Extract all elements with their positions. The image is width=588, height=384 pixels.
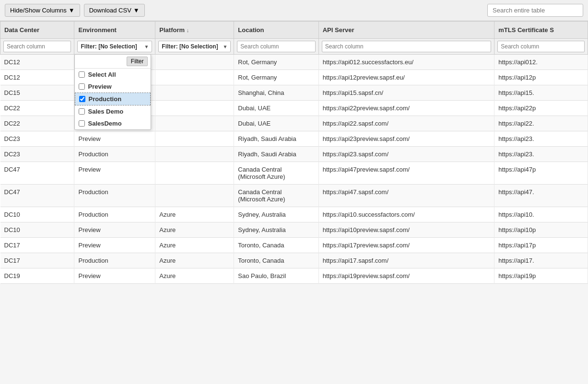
table-row: DC17ProductionAzureToronto, Canadahttps:… xyxy=(0,253,588,268)
checkbox-select-all[interactable] xyxy=(79,71,85,78)
cell-api: https://api12preview.sapsf.eu/ xyxy=(318,70,494,85)
download-csv-button[interactable]: Download CSV ▼ xyxy=(84,4,145,17)
cell-env: Preview xyxy=(74,162,155,185)
column-search-row: Filter: [No Selection] ▼ Filter Select A… xyxy=(0,39,588,55)
table-row: DC19PreviewAzureSao Paulo, Brazilhttps:/… xyxy=(0,268,588,284)
cell-location: Sydney, Australia xyxy=(234,222,318,238)
search-entire-table-input[interactable] xyxy=(487,4,583,17)
col-header-data-center[interactable]: Data Center xyxy=(0,22,74,39)
cell-dc: DC17 xyxy=(0,238,74,253)
cell-location: Riyadh, Saudi Arabia xyxy=(234,147,318,162)
cell-location: Sao Paulo, Brazil xyxy=(234,268,318,284)
cell-mtls: https://api47. xyxy=(494,185,588,207)
cell-dc: DC47 xyxy=(0,185,74,207)
dropdown-item-preview[interactable]: Preview xyxy=(75,81,151,93)
cell-platform: Azure xyxy=(155,222,234,238)
table-container: Data Center Environment Platform ↓ Locat… xyxy=(0,21,588,284)
dropdown-item-salesdemo[interactable]: SalesDemo xyxy=(75,117,151,129)
col-header-environment[interactable]: Environment xyxy=(74,22,155,39)
cell-api: https://api22preview.sapsf.com/ xyxy=(318,101,494,116)
cell-api: https://api23preview.sapsf.com/ xyxy=(318,131,494,147)
cell-mtls: https://api47p xyxy=(494,162,588,185)
download-csv-arrow-icon: ▼ xyxy=(133,7,140,14)
dropdown-item-sales-demo[interactable]: Sales Demo xyxy=(75,105,151,117)
cell-platform xyxy=(155,116,234,131)
dropdown-header: Filter xyxy=(75,55,151,69)
table-row: DC47ProductionCanada Central(Microsoft A… xyxy=(0,185,588,207)
cell-platform: Azure xyxy=(155,207,234,222)
search-input-mtls[interactable] xyxy=(497,41,585,52)
label-sales-demo: Sales Demo xyxy=(88,108,123,115)
col-header-platform[interactable]: Platform ↓ xyxy=(155,22,234,39)
search-input-data-center[interactable] xyxy=(3,41,71,52)
filter-apply-button[interactable]: Filter xyxy=(127,57,148,66)
platform-filter-dropdown[interactable]: Filter: [No Selection] ▼ xyxy=(158,41,231,52)
cell-location: Canada Central(Microsoft Azure) xyxy=(234,185,318,207)
checkbox-salesdemo[interactable] xyxy=(79,120,85,127)
search-cell-platform: Filter: [No Selection] ▼ xyxy=(155,39,234,55)
col-header-api-server[interactable]: API Server xyxy=(318,22,494,39)
cell-env: Production xyxy=(74,147,155,162)
cell-platform xyxy=(155,85,234,101)
checkbox-production[interactable] xyxy=(79,96,85,102)
search-cell-environment: Filter: [No Selection] ▼ Filter Select A… xyxy=(74,39,155,55)
cell-mtls: https://api22p xyxy=(494,101,588,116)
cell-dc: DC17 xyxy=(0,253,74,268)
toolbar: Hide/Show Columns ▼ Download CSV ▼ xyxy=(0,0,588,21)
table-row: DC47PreviewCanada Central(Microsoft Azur… xyxy=(0,162,588,185)
cell-dc: DC47 xyxy=(0,162,74,185)
search-input-location[interactable] xyxy=(237,41,315,52)
column-headers-row: Data Center Environment Platform ↓ Locat… xyxy=(0,22,588,39)
dropdown-item-production[interactable]: Production xyxy=(75,93,151,105)
cell-api: https://api15.sapsf.cn/ xyxy=(318,85,494,101)
cell-api: https://api17.sapsf.com/ xyxy=(318,253,494,268)
cell-dc: DC22 xyxy=(0,116,74,131)
label-preview: Preview xyxy=(88,83,111,90)
cell-dc: DC10 xyxy=(0,207,74,222)
col-header-location[interactable]: Location xyxy=(234,22,318,39)
download-csv-label: Download CSV xyxy=(89,7,131,14)
checkbox-sales-demo[interactable] xyxy=(79,108,85,115)
cell-api: https://api17preview.sapsf.com/ xyxy=(318,238,494,253)
table-row: DC10ProductionAzureSydney, Australiahttp… xyxy=(0,207,588,222)
cell-dc: DC15 xyxy=(0,85,74,101)
search-cell-api-server xyxy=(318,39,494,55)
cell-location: Rot, Germany xyxy=(234,55,318,70)
environment-filter-label: Filter: [No Selection] xyxy=(81,43,137,50)
cell-api: https://api10.successfactors.com/ xyxy=(318,207,494,222)
toolbar-left: Hide/Show Columns ▼ Download CSV ▼ xyxy=(5,4,145,17)
cell-location: Canada Central(Microsoft Azure) xyxy=(234,162,318,185)
cell-api: https://api23.sapsf.com/ xyxy=(318,147,494,162)
cell-env: Production xyxy=(74,185,155,207)
cell-mtls: https://api10p xyxy=(494,222,588,238)
checkbox-preview[interactable] xyxy=(79,83,85,90)
cell-mtls: https://api23. xyxy=(494,131,588,147)
cell-platform: Azure xyxy=(155,253,234,268)
environment-filter-dropdown[interactable]: Filter: [No Selection] ▼ xyxy=(77,41,152,52)
platform-filter-arrow-icon: ▼ xyxy=(223,44,227,49)
cell-dc: DC12 xyxy=(0,55,74,70)
cell-platform xyxy=(155,101,234,116)
search-cell-location xyxy=(234,39,318,55)
search-cell-data-center xyxy=(0,39,74,55)
cell-env: Production xyxy=(74,207,155,222)
main-table: Data Center Environment Platform ↓ Locat… xyxy=(0,21,588,284)
cell-location: Dubai, UAE xyxy=(234,101,318,116)
col-header-mtls[interactable]: mTLS Certificate S xyxy=(494,22,588,39)
hide-show-columns-button[interactable]: Hide/Show Columns ▼ xyxy=(5,4,80,17)
cell-platform xyxy=(155,185,234,207)
search-input-api-server[interactable] xyxy=(322,41,492,52)
cell-mtls: https://api10. xyxy=(494,207,588,222)
cell-dc: DC10 xyxy=(0,222,74,238)
dropdown-item-select-all[interactable]: Select All xyxy=(75,69,151,81)
environment-filter-arrow-icon: ▼ xyxy=(144,44,149,49)
cell-dc: DC12 xyxy=(0,70,74,85)
cell-mtls: https://api15. xyxy=(494,85,588,101)
cell-api: https://api22.sapsf.com/ xyxy=(318,116,494,131)
cell-api: https://api47.sapsf.com/ xyxy=(318,185,494,207)
cell-platform: Azure xyxy=(155,268,234,284)
search-cell-mtls xyxy=(494,39,588,55)
cell-api: https://api012.successfactors.eu/ xyxy=(318,55,494,70)
cell-env: Preview xyxy=(74,131,155,147)
cell-location: Rot, Germany xyxy=(234,70,318,85)
